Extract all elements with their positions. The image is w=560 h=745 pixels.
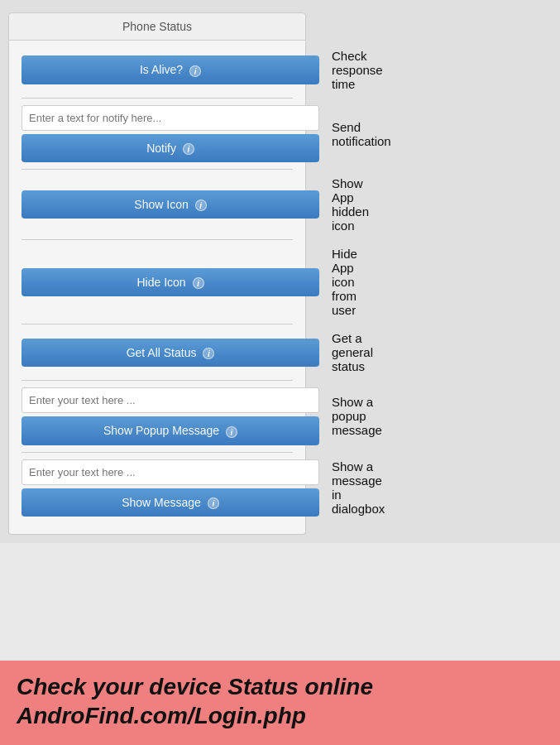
divider-4 — [22, 324, 293, 324]
hide-icon-button[interactable]: Hide Icon i — [22, 268, 319, 296]
notify-left: Notify i — [22, 105, 319, 162]
divider-2 — [22, 169, 293, 170]
notify-row: Notify i Send notification — [22, 105, 293, 162]
show-icon-info-icon: i — [195, 199, 207, 211]
popup-input[interactable] — [22, 387, 319, 413]
divider-5 — [22, 380, 293, 381]
show-icon-description: Show App hidden icon — [332, 176, 369, 233]
is-alive-info-icon: i — [189, 65, 201, 77]
show-message-row: Show Message i Show a message in dialogb… — [22, 459, 293, 517]
get-all-status-description: Get a general status — [332, 331, 373, 373]
card-title: Phone Status — [122, 20, 192, 33]
message-input[interactable] — [22, 459, 319, 485]
get-all-status-row: Get All Status i Get a general status — [22, 331, 293, 373]
hide-icon-info-icon: i — [193, 277, 204, 289]
divider-1 — [22, 98, 293, 99]
show-message-info-icon: i — [208, 497, 219, 509]
show-message-button[interactable]: Show Message i — [22, 488, 319, 517]
is-alive-button[interactable]: Is Alive? i — [22, 55, 319, 84]
footer-line-2: AndroFind.com/Login.php — [17, 701, 543, 730]
show-message-description: Show a message in dialogbox — [332, 459, 385, 516]
is-alive-left: Is Alive? i — [22, 55, 319, 84]
show-icon-button[interactable]: Show Icon i — [22, 190, 319, 219]
get-all-status-button[interactable]: Get All Status i — [22, 339, 319, 367]
divider-3 — [22, 239, 293, 240]
show-icon-left: Show Icon i — [22, 190, 319, 219]
card-header: Phone Status — [8, 12, 306, 41]
footer-banner: Check your device Status online AndroFin… — [0, 661, 560, 745]
show-popup-button[interactable]: Show Popup Message i — [22, 416, 319, 445]
get-all-status-info-icon: i — [203, 348, 214, 359]
footer-line-1: Check your device Status online — [17, 672, 543, 701]
show-popup-left: Show Popup Message i — [22, 387, 319, 445]
hide-icon-left: Hide Icon i — [22, 268, 319, 296]
show-popup-info-icon: i — [226, 426, 237, 438]
notify-input[interactable] — [22, 105, 319, 131]
notify-description: Send notification — [332, 120, 391, 148]
show-message-left: Show Message i — [22, 459, 319, 517]
is-alive-description: Check response time — [332, 49, 383, 91]
hide-icon-description: Hide App icon from user — [332, 247, 357, 317]
panel-body: Is Alive? i Check response time Notify i… — [8, 41, 306, 535]
show-popup-row: Show Popup Message i Show a popup messag… — [22, 387, 293, 445]
get-all-status-left: Get All Status i — [22, 339, 319, 367]
divider-6 — [22, 452, 293, 453]
is-alive-row: Is Alive? i Check response time — [22, 49, 293, 91]
hide-icon-row: Hide Icon i Hide App icon from user — [22, 247, 293, 317]
show-icon-row: Show Icon i Show App hidden icon — [22, 176, 293, 233]
show-popup-description: Show a popup message — [332, 395, 382, 437]
page-content: Phone Status Is Alive? i Check response … — [0, 0, 560, 543]
notify-button[interactable]: Notify i — [22, 134, 319, 162]
notify-info-icon: i — [183, 143, 194, 155]
